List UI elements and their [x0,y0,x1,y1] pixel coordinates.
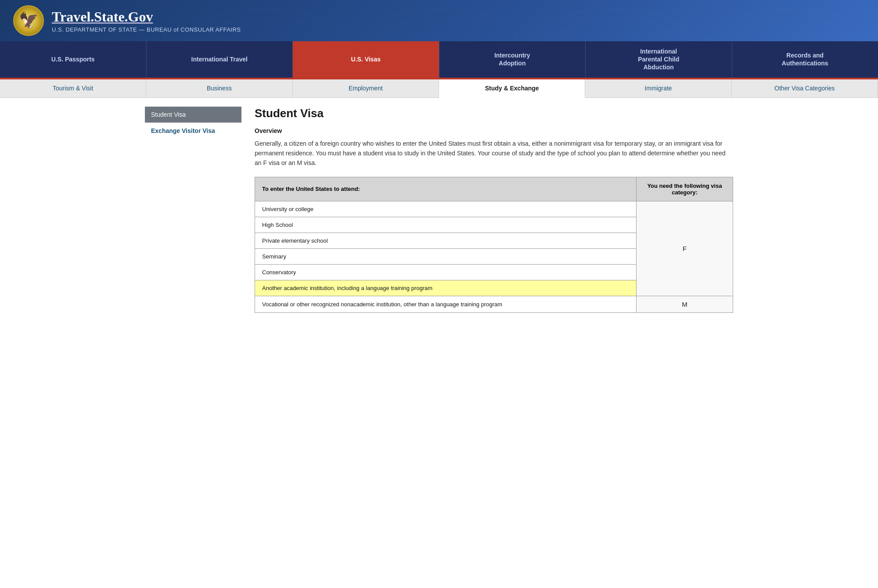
subnav-tourism[interactable]: Tourism & Visit [0,79,146,97]
table-cell-attend: High School [255,217,637,233]
table-row: University or college F [255,201,733,217]
table-cell-attend: Private elementary school [255,233,637,248]
site-title: Travel.State.Gov [52,9,241,25]
table-col2-header: You need the following visa category: [637,177,733,201]
seal-icon: 🦅 [13,5,44,36]
nav-us-visas[interactable]: U.S. Visas [293,41,439,78]
nav-records-authentications[interactable]: Records and Authentications [732,41,878,78]
nav-intercountry-adoption[interactable]: Intercountry Adoption [439,41,586,78]
subnav-immigrate[interactable]: Immigrate [585,79,731,97]
subnav-business[interactable]: Business [146,79,292,97]
overview-text: Generally, a citizen of a foreign countr… [255,139,733,168]
sub-nav: Tourism & Visit Business Employment Stud… [0,79,878,98]
table-cell-m-visa: M [637,296,733,312]
sidebar-item-student-visa[interactable]: Student Visa [145,107,241,122]
content-wrapper: Student Visa Exchange Visitor Visa Stude… [132,98,746,322]
nav-parental-child-abduction[interactable]: International Parental Child Abduction [586,41,732,78]
nav-international-travel[interactable]: International Travel [147,41,293,78]
table-col1-header: To enter the United States to attend: [255,177,637,201]
sidebar-item-exchange-visitor-visa[interactable]: Exchange Visitor Visa [145,122,241,139]
table-row: Vocational or other recognized nonacadem… [255,296,733,312]
table-cell-attend: Vocational or other recognized nonacadem… [255,296,637,312]
subnav-study-exchange[interactable]: Study & Exchange [439,79,585,98]
table-cell-f-visa: F [637,201,733,296]
site-subtitle: U.S. DEPARTMENT OF STATE — BUREAU of CON… [52,26,241,33]
table-cell-attend: University or college [255,201,637,217]
visa-table: To enter the United States to attend: Yo… [255,177,733,313]
table-cell-attend: Seminary [255,248,637,264]
page-title: Student Visa [255,107,733,120]
header-text: Travel.State.Gov U.S. DEPARTMENT OF STAT… [52,9,241,33]
site-header: 🦅 Travel.State.Gov U.S. DEPARTMENT OF ST… [0,0,878,41]
subnav-employment[interactable]: Employment [293,79,439,97]
main-nav: U.S. Passports International Travel U.S.… [0,41,878,78]
table-cell-attend-highlighted: Another academic institution, including … [255,280,637,296]
sidebar: Student Visa Exchange Visitor Visa [145,107,241,313]
nav-passports[interactable]: U.S. Passports [0,41,146,78]
main-content: Student Visa Overview Generally, a citiz… [255,107,733,313]
overview-heading: Overview [255,127,733,134]
subnav-other-visa[interactable]: Other Visa Categories [732,79,878,97]
table-cell-attend: Conservatory [255,264,637,280]
